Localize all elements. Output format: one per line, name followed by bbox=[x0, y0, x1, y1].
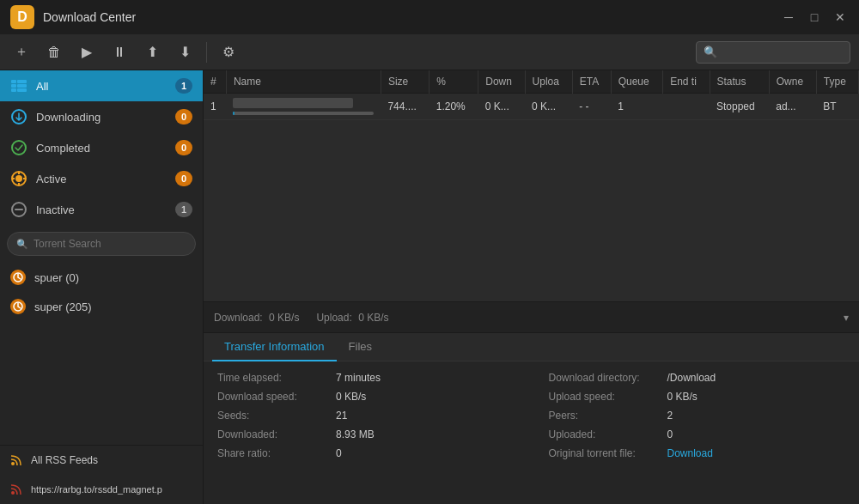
sidebar-item-completed-badge: 0 bbox=[175, 140, 192, 155]
add-button[interactable]: ＋ bbox=[9, 39, 34, 65]
transfer-info-left: Time elapsed: 7 minutes Download speed: … bbox=[217, 372, 515, 494]
completed-icon bbox=[10, 139, 27, 156]
peers-row: Peers: 2 bbox=[549, 410, 846, 422]
sidebar-item-all-badge: 1 bbox=[175, 78, 192, 94]
torrent-file-label: Original torrent file: bbox=[549, 447, 661, 459]
cell-owner: ad... bbox=[769, 94, 816, 120]
sidebar-item-active-badge: 0 bbox=[175, 171, 192, 186]
svg-rect-0 bbox=[11, 80, 16, 83]
torrent-table[interactable]: # Name Size % Down Uploa ETA Queue End t… bbox=[204, 70, 859, 301]
toolbar-search: 🔍 bbox=[696, 41, 850, 64]
cell-queue: 1 bbox=[611, 94, 662, 120]
downloaded-label: Downloaded: bbox=[217, 428, 329, 440]
sidebar-item-completed-label: Completed bbox=[36, 142, 167, 155]
tab-files[interactable]: Files bbox=[337, 333, 384, 361]
transfer-info-right: Download directory: /Download Upload spe… bbox=[549, 372, 846, 494]
download-dir-row: Download directory: /Download bbox=[549, 372, 846, 384]
maximize-button[interactable]: □ bbox=[806, 9, 823, 26]
all-icon bbox=[10, 77, 27, 94]
dl-speed-value: 0 KB/s bbox=[336, 391, 366, 403]
transfer-info-panel: Time elapsed: 7 minutes Download speed: … bbox=[204, 361, 859, 504]
app-title: Download Center bbox=[43, 10, 780, 24]
move-down-button[interactable]: ⬇ bbox=[172, 39, 198, 65]
svg-rect-3 bbox=[17, 80, 27, 83]
download-speed-row: Download speed: 0 KB/s bbox=[217, 391, 515, 403]
cell-upload: 0 K... bbox=[525, 94, 572, 120]
svg-point-7 bbox=[12, 141, 26, 155]
torrent-file-link[interactable]: Download bbox=[667, 447, 713, 459]
sidebar-nav: All 1 Downloading 0 bbox=[0, 70, 203, 225]
sidebar-item-all-label: All bbox=[36, 80, 167, 93]
sidebar-search: 🔍 bbox=[7, 232, 196, 256]
tracker-spuer-label: spuer (0) bbox=[34, 271, 79, 284]
toolbar-separator bbox=[206, 42, 207, 63]
pause-button[interactable]: ⏸ bbox=[107, 39, 132, 65]
sidebar-item-active[interactable]: Active 0 bbox=[0, 163, 203, 194]
rss-all-feeds[interactable]: All RSS Feeds bbox=[0, 446, 203, 475]
rss-rarbg-icon bbox=[9, 482, 24, 497]
downloaded-row: Downloaded: 8.93 MB bbox=[217, 428, 515, 440]
svg-rect-2 bbox=[11, 88, 16, 92]
cell-percent: 1.20% bbox=[430, 94, 478, 120]
time-elapsed-label: Time elapsed: bbox=[217, 372, 329, 384]
rss-all-feeds-label: All RSS Feeds bbox=[31, 454, 98, 466]
inactive-icon bbox=[10, 201, 27, 218]
search-input[interactable] bbox=[722, 46, 843, 58]
seeds-value: 21 bbox=[336, 410, 347, 422]
status-bar: Download: 0 KB/s Upload: 0 KB/s ▾ bbox=[204, 301, 859, 332]
svg-rect-4 bbox=[17, 84, 27, 88]
window-controls: ─ □ ✕ bbox=[780, 9, 849, 26]
rss-all-icon bbox=[9, 452, 24, 468]
tracker-super[interactable]: super (205) bbox=[0, 292, 203, 321]
cell-eta: - - bbox=[572, 94, 611, 120]
cell-name bbox=[226, 94, 381, 120]
col-down: Down bbox=[478, 70, 525, 94]
download-speed-label: Download: 0 KB/s bbox=[214, 312, 299, 324]
cell-status: Stopped bbox=[710, 94, 769, 120]
minimize-button[interactable]: ─ bbox=[780, 9, 797, 26]
share-ratio-row: Share ratio: 0 bbox=[217, 447, 515, 459]
time-elapsed-row: Time elapsed: 7 minutes bbox=[217, 372, 515, 384]
search-icon: 🔍 bbox=[704, 46, 717, 58]
tracker-spuer[interactable]: spuer (0) bbox=[0, 263, 203, 292]
col-owner: Owne bbox=[769, 70, 816, 94]
toolbar: ＋ 🗑 ▶ ⏸ ⬆ ⬇ ⚙ 🔍 bbox=[0, 34, 859, 70]
content-area: # Name Size % Down Uploa ETA Queue End t… bbox=[204, 70, 859, 504]
col-status: Status bbox=[710, 70, 769, 94]
rss-rarbg[interactable]: https://rarbg.to/rssdd_magnet.p bbox=[0, 475, 203, 504]
seeds-label: Seeds: bbox=[217, 410, 329, 422]
tab-transfer-info[interactable]: Transfer Information bbox=[212, 333, 337, 361]
expand-button[interactable]: ▾ bbox=[844, 312, 849, 324]
col-type: Type bbox=[816, 70, 858, 94]
cell-down: 0 K... bbox=[478, 94, 525, 120]
ul-speed-value: 0 KB/s bbox=[667, 391, 698, 403]
share-ratio-value: 0 bbox=[336, 447, 342, 459]
uploaded-value: 0 bbox=[667, 428, 673, 440]
torrent-file-row: Original torrent file: Download bbox=[549, 447, 846, 459]
play-button[interactable]: ▶ bbox=[74, 39, 100, 65]
sidebar-item-inactive[interactable]: Inactive 1 bbox=[0, 194, 203, 225]
svg-point-9 bbox=[15, 175, 22, 182]
sidebar-item-downloading[interactable]: Downloading 0 bbox=[0, 101, 203, 132]
torrent-search-input[interactable] bbox=[34, 238, 186, 250]
col-endtime: End ti bbox=[663, 70, 710, 94]
downloaded-value: 8.93 MB bbox=[336, 428, 375, 440]
table-row[interactable]: 1 744.... 1.20% 0 K... 0 K... - - 1 bbox=[204, 94, 859, 120]
cell-endtime bbox=[663, 94, 710, 120]
sidebar-item-all[interactable]: All 1 bbox=[0, 70, 203, 101]
svg-point-18 bbox=[11, 462, 15, 465]
uploaded-label: Uploaded: bbox=[549, 428, 661, 440]
cell-num: 1 bbox=[204, 94, 226, 120]
sidebar-item-downloading-badge: 0 bbox=[175, 109, 192, 124]
ul-speed-label: Upload speed: bbox=[549, 391, 661, 403]
ul-speed-row: Upload speed: 0 KB/s bbox=[549, 391, 846, 403]
download-dir-label: Download directory: bbox=[549, 372, 661, 384]
settings-button[interactable]: ⚙ bbox=[216, 39, 241, 65]
close-button[interactable]: ✕ bbox=[832, 9, 849, 26]
col-name: Name bbox=[226, 70, 381, 94]
move-up-button[interactable]: ⬆ bbox=[139, 39, 165, 65]
col-size: Size bbox=[381, 70, 429, 94]
seeds-row: Seeds: 21 bbox=[217, 410, 515, 422]
delete-button[interactable]: 🗑 bbox=[41, 39, 67, 65]
sidebar-item-completed[interactable]: Completed 0 bbox=[0, 132, 203, 163]
